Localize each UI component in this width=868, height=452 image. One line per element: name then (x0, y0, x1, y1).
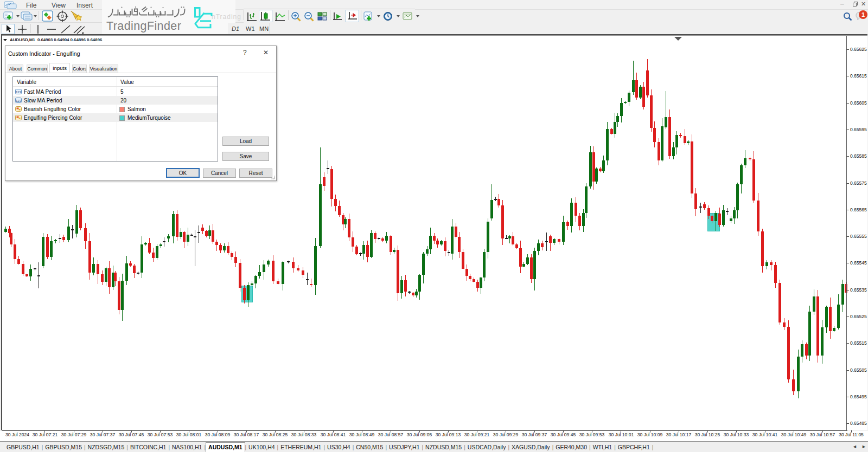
svg-text:123: 123 (16, 99, 22, 102)
svg-text:123: 123 (16, 91, 22, 94)
